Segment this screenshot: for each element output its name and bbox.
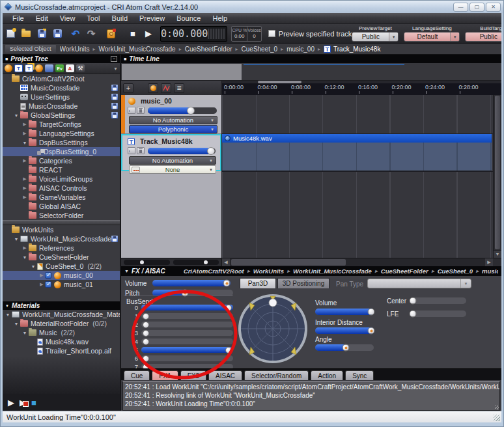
preview-specified-track-checkbox[interactable] <box>268 30 275 37</box>
caret-down-icon[interactable] <box>21 255 28 260</box>
pan3d-control[interactable] <box>237 293 309 367</box>
breadcrumb-cuesheetfolder[interactable]: CueSheetFolder <box>185 46 232 53</box>
save-icon[interactable] <box>111 103 118 109</box>
caret-right-icon[interactable] <box>21 245 28 251</box>
close-button[interactable]: ✕ <box>486 3 501 12</box>
resize-grip[interactable] <box>495 406 499 409</box>
caret-down-icon[interactable] <box>13 237 20 241</box>
waveform-clip[interactable]: Music48k.wav <box>222 134 492 171</box>
ruler-scroll-thumb[interactable] <box>258 81 301 83</box>
undo-button[interactable]: ↶ <box>69 27 82 40</box>
fx-aisac-header[interactable]: ▼ FX / AISAC CriAtomCraftV2Root▸WorkUnit… <box>121 266 501 276</box>
open-project-button[interactable] <box>20 27 33 40</box>
selector-select[interactable]: None <box>129 165 216 174</box>
track-volume-slider[interactable] <box>148 148 216 154</box>
horizontal-scroll-thumb[interactable] <box>231 259 346 266</box>
waveform-view-icon[interactable] <box>128 107 135 114</box>
tree-item-music-00[interactable]: music_00 <box>3 271 120 280</box>
tree-item-musiccrossfade[interactable]: MusicCrossfade <box>3 83 120 92</box>
caret-right-icon[interactable] <box>21 158 28 163</box>
save-icon[interactable] <box>111 94 118 100</box>
tool-icon[interactable]: ⚒ <box>76 64 85 72</box>
fx-volume-slider[interactable] <box>152 280 231 286</box>
lfe-slider[interactable] <box>410 310 466 317</box>
caret-down-icon[interactable] <box>21 141 28 145</box>
material-stop-button[interactable]: ■ <box>31 398 36 407</box>
tab-selector-random[interactable]: Selector/Random <box>244 370 309 380</box>
tree-item-voicelimitgroups[interactable]: VoiceLimitGroups <box>3 174 120 184</box>
tree-item-gamevariables[interactable]: GameVariables <box>3 193 120 202</box>
material-play-button[interactable]: ▶ <box>8 398 14 407</box>
zoom-slider-horizontal[interactable] <box>124 260 170 265</box>
tree-item-react[interactable]: REACT <box>3 165 120 174</box>
scroll-right-arrow[interactable]: ▶ <box>485 258 493 266</box>
toolbar-overflow-button[interactable]: ▼ <box>113 66 118 71</box>
caret-right-icon[interactable] <box>21 176 28 182</box>
automation-select[interactable]: No Automation <box>129 116 217 124</box>
slider-thumb[interactable] <box>223 280 231 287</box>
trash-icon[interactable] <box>137 147 145 154</box>
tree-item-music-01[interactable]: music_01 <box>3 280 120 289</box>
menu-view[interactable]: View <box>54 13 81 23</box>
breadcrumb-music-00[interactable]: music_00 <box>287 46 315 53</box>
tree-item-materialrootfolder[interactable]: MaterialRootFolder(0/2) <box>3 319 120 328</box>
slider-thumb[interactable] <box>143 313 149 320</box>
timeline-canvas[interactable]: Music48k.wav <box>222 95 493 258</box>
cue-icon[interactable] <box>5 64 12 72</box>
caret-right-icon[interactable] <box>21 186 28 191</box>
save-icon[interactable] <box>111 85 118 91</box>
log-panel[interactable]: 20:52:41 : Load WorkUnit "C:/cri/unity/s… <box>122 381 500 411</box>
playback-mode-select[interactable]: Polyphonic <box>129 125 217 133</box>
collapse-panel-button[interactable]: − <box>111 56 117 62</box>
tree-item-music48k-wav[interactable]: Music48k.wav <box>3 337 120 346</box>
breadcrumb-cuesheetfolder[interactable]: CueSheetFolder <box>381 268 428 275</box>
maximize-button[interactable]: ▢ <box>469 3 484 12</box>
menu-build[interactable]: Build <box>106 13 133 23</box>
tab-fx2[interactable]: FX2 <box>180 370 206 380</box>
minimize-button[interactable]: — <box>453 3 468 12</box>
more-options-button[interactable] <box>132 167 140 173</box>
breadcrumb-cuesheet-0[interactable]: CueSheet_0 <box>242 46 278 53</box>
trash-icon[interactable] <box>137 107 145 114</box>
tab-pan3d[interactable]: Pan3D <box>240 278 276 288</box>
language-setting-select[interactable]: Default <box>404 32 460 42</box>
redo-button[interactable]: ↷ <box>85 27 98 40</box>
slider-thumb[interactable] <box>225 305 232 311</box>
menu-help[interactable]: Help <box>206 13 233 23</box>
caret-right-icon[interactable] <box>38 282 45 287</box>
menu-bounce[interactable]: Bounce <box>171 13 206 23</box>
cue-volume-slider[interactable] <box>148 107 217 114</box>
caret-right-icon[interactable] <box>21 122 28 127</box>
list-view-button[interactable] <box>174 83 184 93</box>
slider-thumb[interactable] <box>342 344 349 351</box>
tab-cue[interactable]: Cue <box>124 370 150 380</box>
tree-item-cuesheet-0[interactable]: CueSheet_0(2/2) <box>3 262 120 271</box>
timeline-overview[interactable] <box>121 63 501 81</box>
play-button[interactable] <box>142 27 155 40</box>
checkbox-checked-icon[interactable] <box>45 281 51 288</box>
menu-tool[interactable]: Tool <box>81 13 105 23</box>
chevron-down-icon[interactable] <box>389 33 398 41</box>
center-slider[interactable] <box>410 297 466 304</box>
tree-item-global-aisac[interactable]: Global AISAC <box>3 202 120 211</box>
ruler-scrollbar[interactable] <box>222 81 501 83</box>
waveform-view-icon[interactable] <box>128 147 135 154</box>
breadcrumb-workunits[interactable]: WorkUnits <box>60 46 90 53</box>
slider-thumb[interactable] <box>410 297 417 305</box>
tree-item-languagesettings[interactable]: LanguageSettings <box>3 129 120 138</box>
clip-waveform-area[interactable] <box>222 143 492 171</box>
slider-thumb[interactable] <box>187 107 195 115</box>
tab-action[interactable]: Action <box>311 370 343 380</box>
clip-title-bar[interactable]: Music48k.wav <box>222 134 492 143</box>
tree-item-workunit-musiccrossfade-mate[interactable]: WorkUnit_MusicCrossfade_Mate <box>3 310 120 319</box>
tree-item-aisac-controls[interactable]: AISAC Controls <box>3 184 120 193</box>
breadcrumb-workunit-musiccrossfade[interactable]: WorkUnit_MusicCrossfade <box>99 46 176 53</box>
scroll-down-arrow[interactable]: ▼ <box>494 250 501 258</box>
track-header-music-00[interactable]: music_00 No Automation Polyphonic <box>121 95 221 134</box>
tree-item-ttrailer-shortloop-aif[interactable]: Ttrailer_ShortLoop.aif <box>3 346 120 355</box>
slider-thumb[interactable] <box>143 322 149 328</box>
checkbox-checked-icon[interactable] <box>45 272 51 279</box>
horizontal-scrollbar[interactable] <box>230 258 485 266</box>
menu-file[interactable]: File <box>7 13 30 23</box>
menu-edit[interactable]: Edit <box>30 13 54 23</box>
